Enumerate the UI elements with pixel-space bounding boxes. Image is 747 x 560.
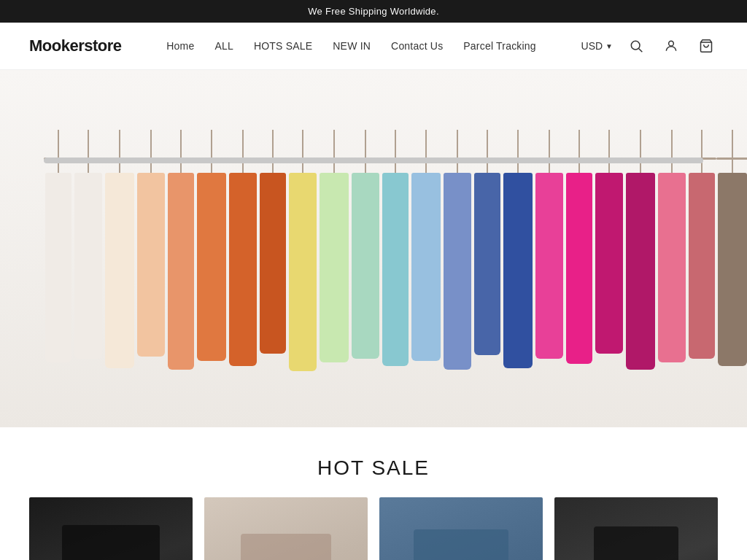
nav-home[interactable]: Home [166, 40, 194, 52]
cart-icon [699, 39, 713, 53]
garment [74, 173, 102, 359]
product-image-2 [204, 497, 368, 560]
cart-button[interactable] [694, 34, 718, 58]
header-actions: USD ▼ [581, 34, 718, 58]
hanger-hook [671, 130, 673, 158]
hanger-item [166, 128, 196, 370]
hanger-hook [365, 130, 366, 158]
garment [105, 173, 134, 368]
garment [689, 173, 715, 359]
hanger-hook [549, 130, 550, 158]
hanger-item [381, 128, 410, 366]
nav-contact[interactable]: Contact Us [391, 40, 443, 52]
hanger-hook [578, 130, 580, 158]
garment [658, 173, 686, 362]
hanger-hook [150, 130, 152, 158]
garment [168, 173, 194, 370]
garment [382, 173, 409, 366]
garment [289, 173, 317, 371]
nav-parcel-tracking[interactable]: Parcel Tracking [463, 40, 535, 52]
garment [137, 173, 165, 357]
hanger-hook [272, 130, 274, 158]
product-image-1 [29, 497, 193, 560]
garment [320, 173, 349, 362]
garment [474, 173, 500, 355]
hero-section [0, 70, 747, 427]
product-card-2[interactable] [204, 497, 368, 560]
garment [503, 173, 533, 368]
hanger-hook [242, 130, 244, 158]
hanger-hook [608, 130, 610, 158]
garment [566, 173, 592, 364]
garment [260, 173, 286, 354]
product-image-4 [554, 497, 718, 560]
svg-line-1 [639, 49, 643, 52]
hanger-item [624, 128, 657, 370]
nav-all[interactable]: ALL [214, 40, 233, 52]
currency-selector[interactable]: USD ▼ [581, 40, 613, 52]
hanger-item [287, 128, 318, 371]
account-icon [664, 39, 678, 53]
hanger-item [502, 128, 534, 368]
currency-dropdown-icon: ▼ [605, 42, 613, 50]
product-image-3 [379, 497, 543, 560]
hanger-item [565, 128, 594, 364]
svg-point-2 [669, 41, 674, 46]
garment [626, 173, 655, 370]
hanger-hook [457, 130, 458, 158]
nav-hots-sale[interactable]: HOTS SALE [254, 40, 312, 52]
rack-bar [44, 158, 703, 163]
hanger-hook [180, 130, 182, 158]
hanger-hook [425, 130, 427, 158]
hanger-hook [701, 130, 703, 158]
garment [535, 173, 563, 359]
hanger-hook [333, 130, 335, 158]
garment [45, 173, 71, 362]
product-grid [0, 497, 747, 560]
hanger-item [104, 128, 136, 368]
garment [229, 173, 257, 366]
product-card-4[interactable] [554, 497, 718, 560]
search-icon [629, 39, 643, 53]
hanger-hook [211, 130, 212, 158]
hanger-item [228, 128, 258, 366]
garment [411, 173, 441, 361]
account-button[interactable] [659, 34, 683, 58]
currency-label: USD [581, 40, 603, 52]
hanger-hook [517, 130, 519, 158]
nav-new-in[interactable]: NEW IN [333, 40, 371, 52]
garment [444, 173, 471, 370]
hanger-hook [487, 130, 488, 158]
hanger-hook [58, 130, 59, 158]
product-card-3[interactable] [379, 497, 543, 560]
hanger-hook [395, 130, 396, 158]
announcement-text: We Free Shipping Worldwide. [308, 6, 439, 17]
header: Mookerstore Home ALL HOTS SALE NEW IN Co… [0, 23, 747, 70]
hanger-item [318, 128, 350, 362]
hanger-stem [732, 160, 733, 173]
search-button[interactable] [624, 34, 648, 58]
hanger-hook [302, 130, 303, 158]
hanger-hook [640, 130, 641, 158]
hot-sale-section: HOT SALE [0, 427, 747, 497]
product-card-1[interactable] [29, 497, 193, 560]
hanger-item [44, 128, 73, 362]
hot-sale-title: HOT SALE [15, 456, 732, 480]
announcement-bar: We Free Shipping Worldwide. [0, 0, 747, 23]
hanger-item [657, 128, 687, 362]
garment [352, 173, 379, 359]
garment [595, 173, 623, 354]
logo[interactable]: Mookerstore [29, 36, 122, 55]
hangers-row [44, 128, 703, 405]
hanger-hook [119, 130, 120, 158]
garment [718, 173, 747, 366]
svg-point-0 [631, 41, 640, 50]
hanger-item [442, 128, 473, 370]
garment [197, 173, 226, 361]
main-nav: Home ALL HOTS SALE NEW IN Contact Us Par… [166, 40, 536, 52]
hanger-item [716, 128, 747, 366]
hero-image [0, 70, 747, 427]
hanger-hook [732, 130, 733, 158]
hanger-hook [88, 130, 89, 158]
